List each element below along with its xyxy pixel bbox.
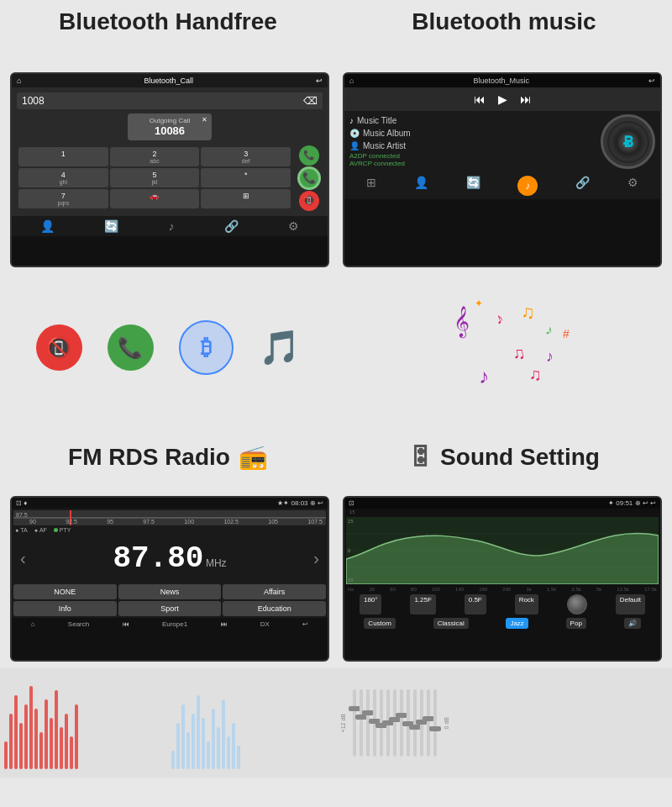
music-icon-bottom[interactable]: ♪ — [168, 219, 174, 233]
music-active-icon[interactable]: ♪ — [517, 176, 538, 196]
freq-1-5k: 1.5k — [547, 587, 556, 592]
waveform-bar-b12 — [227, 736, 230, 769]
freq-0-5f-btn[interactable]: 0.5F — [465, 594, 486, 614]
waveform-bar-8 — [39, 732, 43, 769]
rock-btn[interactable]: Rock — [515, 594, 538, 614]
waveform-bar-13 — [65, 714, 68, 769]
freq-down-btn[interactable]: ‹ — [20, 549, 26, 568]
eq-slider-13[interactable] — [433, 689, 437, 757]
back-icon[interactable]: ↩ — [316, 76, 323, 85]
eq-slider-2[interactable] — [360, 689, 363, 757]
avrcp-status: AVRCP connected — [349, 160, 594, 167]
freq-160: 160 — [479, 587, 487, 592]
preset-education[interactable]: Education — [223, 601, 326, 616]
dial-key-4[interactable]: 4ghi — [18, 168, 108, 187]
call-decline-small[interactable]: 📵 — [299, 191, 319, 211]
sound-output-icon[interactable]: 🔊 — [624, 618, 641, 629]
freq-1-25f-btn[interactable]: 1.25F — [410, 594, 435, 614]
eq-slider-12[interactable] — [427, 689, 430, 757]
note-8: ♪ — [479, 365, 489, 388]
preset-classical[interactable]: Classical — [433, 618, 469, 629]
next-track-btn[interactable]: ⏭ — [520, 92, 532, 106]
preset-none[interactable]: NONE — [13, 584, 117, 599]
x-icon[interactable]: ✕ — [202, 116, 207, 124]
home-btn-fm[interactable]: ⌂ — [31, 620, 35, 628]
call-accept-small[interactable]: 📞 — [299, 145, 319, 166]
fm-station-display: ‹ 87.80 MHz › — [12, 535, 328, 583]
volume-knob[interactable] — [567, 594, 587, 614]
music-notes-bg: 𝄞 ♪ ♫ ♪ ♫ ♪ # ♫ ♪ ✦ — [428, 298, 580, 398]
home-icon-music[interactable]: ⌂ — [349, 76, 354, 85]
preset-pop[interactable]: Pop — [566, 618, 586, 629]
dial-key-2[interactable]: 2abc — [110, 147, 200, 166]
preset-news[interactable]: News — [118, 584, 222, 599]
eq-slider-6[interactable] — [386, 689, 390, 757]
top-headers: Bluetooth Handfree Bluetooth music — [0, 0, 672, 69]
eq-slider-7[interactable] — [393, 689, 396, 757]
grid-icon-music[interactable]: ⊞ — [366, 176, 376, 196]
waveform-bar-7 — [34, 709, 38, 769]
vinyl-inner: Ƀ — [607, 121, 649, 163]
preset-sport[interactable]: Sport — [118, 601, 222, 616]
prev-btn-fm[interactable]: ⏮ — [123, 620, 129, 628]
preset-affairs[interactable]: Affairs — [223, 584, 326, 599]
dial-key-star[interactable]: * — [201, 168, 291, 187]
waveform-bar-b9 — [212, 709, 215, 769]
sound-setting-header: 🎛 Sound Setting — [336, 421, 672, 492]
freq-5k: 5k — [596, 587, 601, 592]
preset-custom[interactable]: Custom — [364, 618, 396, 629]
home-icon[interactable]: ⌂ — [17, 76, 21, 85]
play-pause-btn[interactable]: ▶ — [498, 92, 507, 106]
prev-track-btn[interactable]: ⏮ — [474, 92, 486, 106]
bottom-headers: FM RDS Radio 📻 🎛 Sound Setting — [0, 421, 672, 492]
back-btn-fm[interactable]: ↩ — [302, 620, 308, 628]
preset-jazz[interactable]: Jazz — [506, 618, 528, 629]
preset-info[interactable]: Info — [13, 601, 117, 616]
back-icon-music[interactable]: ↩ — [648, 76, 655, 85]
screens-row: ⌂ Bluetooth_Call ↩ 1008 ⌫ Outgoing Call … — [0, 69, 672, 274]
eq-display: 15 0 15 — [346, 517, 659, 584]
bluetooth-btn[interactable]: ₿ — [179, 320, 234, 375]
dx-btn-fm[interactable]: DX — [260, 620, 270, 628]
freq-105: 105 — [268, 519, 278, 525]
waveform-bar-b11 — [222, 699, 225, 769]
music-album-row: 💿 Music Album — [349, 127, 594, 140]
note-1: ♪ — [493, 309, 507, 329]
eq-slider-1[interactable] — [353, 689, 356, 757]
dial-key-grid[interactable]: ⊞ — [201, 189, 291, 208]
eq-slider-9[interactable] — [407, 689, 410, 757]
recent-calls-icon[interactable]: 🔄 — [104, 219, 118, 233]
person-icon-music[interactable]: 👤 — [414, 176, 428, 196]
freq-140: 140 — [455, 587, 464, 592]
fm-rds-title: FM RDS Radio — [68, 444, 230, 471]
decline-call-btn[interactable]: 📵 — [36, 324, 82, 371]
fm-rds-header: FM RDS Radio 📻 — [0, 421, 336, 492]
freq-min-label: 87.5 — [16, 512, 28, 518]
search-btn-fm[interactable]: Search — [68, 620, 89, 628]
contacts-icon[interactable]: 👤 — [40, 219, 55, 233]
default-btn[interactable]: Default — [616, 594, 645, 614]
accept-call-btn[interactable]: 📞 — [108, 324, 154, 371]
delete-icon[interactable]: ⌫ — [303, 95, 318, 107]
freq-97: 97.5 — [143, 519, 155, 525]
settings-icon[interactable]: ⚙ — [288, 219, 299, 233]
phase-btn[interactable]: 180° — [360, 594, 382, 614]
main-grid: Bluetooth Handfree Bluetooth music ⌂ Blu… — [0, 0, 672, 807]
freq-80: 80 — [411, 587, 417, 592]
dial-key-1[interactable]: 1 — [18, 147, 108, 166]
link-icon-music[interactable]: 🔗 — [575, 176, 590, 196]
eq-slider-11[interactable] — [420, 689, 423, 757]
dial-key-3[interactable]: 3def — [201, 147, 291, 166]
refresh-icon-music[interactable]: 🔄 — [466, 176, 480, 196]
freq-100: 100 — [432, 587, 440, 592]
settings-icon-music[interactable]: ⚙ — [627, 176, 638, 196]
call-active[interactable]: 📞 — [297, 166, 321, 190]
dial-key-5[interactable]: 5jkl — [110, 168, 200, 187]
next-btn-fm[interactable]: ⏭ — [221, 620, 228, 628]
pty-dot — [54, 528, 58, 532]
dial-key-7[interactable]: 7pqrs — [18, 189, 108, 208]
freq-up-btn[interactable]: › — [313, 549, 319, 568]
dial-key-car[interactable]: 🚗 — [110, 189, 200, 208]
db-bottom-label: 15 — [348, 578, 354, 583]
link-icon[interactable]: 🔗 — [224, 219, 239, 233]
